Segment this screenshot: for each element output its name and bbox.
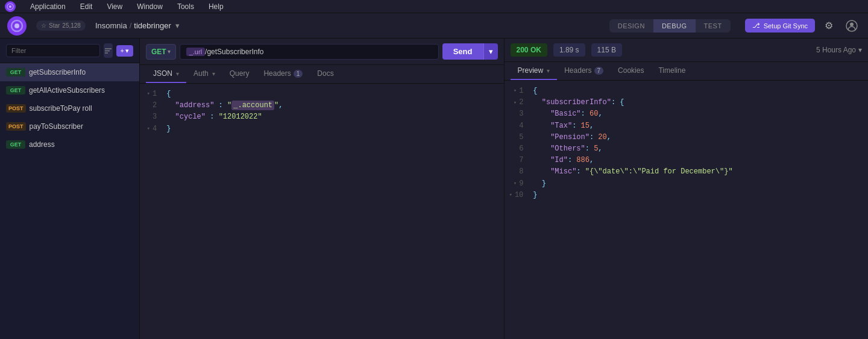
method-badge-post: POST — [6, 104, 26, 113]
svg-point-7 — [850, 22, 854, 26]
setup-git-sync-button[interactable]: ⎇ Setup Git Sync — [745, 19, 815, 33]
sidebar-item-paytosubscriber[interactable]: POST payToSubscriber — [0, 117, 139, 135]
response-panel: 200 OK 1.89 s 115 B 5 Hours Ago ▾ Previe… — [505, 39, 869, 339]
svg-point-5 — [14, 23, 19, 28]
url-bar[interactable]: _.url /getSubscriberInfo — [180, 44, 439, 60]
tab-preview[interactable]: Preview ▾ — [511, 62, 558, 80]
tab-res-headers-label: Headers — [564, 66, 591, 75]
mode-test[interactable]: TEST — [696, 19, 731, 33]
mode-debug[interactable]: DEBUG — [653, 19, 696, 33]
tab-timeline-label: Timeline — [658, 66, 685, 75]
method-dropdown-icon[interactable]: ▾ — [168, 48, 171, 55]
res-code-line-4: "Tax": 15, — [533, 120, 732, 132]
tab-res-cookies[interactable]: Cookies — [611, 62, 651, 80]
main-content: + ▾ GET getSubscriberInfo GET getAllActi… — [0, 39, 868, 339]
res-line-num-2: ▾2 — [509, 97, 524, 108]
tab-auth-dropdown-icon: ▾ — [212, 70, 215, 77]
res-line-num-4: 4 — [509, 120, 524, 132]
sidebar-filter-input[interactable] — [6, 44, 100, 57]
tab-json-dropdown-icon: ▾ — [176, 70, 179, 77]
res-code-line-2: "subscriberInfo": { — [533, 97, 732, 108]
res-line-num-7: 7 — [509, 155, 524, 166]
send-button[interactable]: Send — [442, 43, 483, 60]
time-ago-text: 5 Hours Ago — [816, 46, 856, 54]
mode-switcher: DESIGN DEBUG TEST — [609, 19, 731, 33]
res-line-num-9: ▾9 — [509, 178, 524, 190]
menu-application[interactable]: Application — [28, 1, 68, 12]
url-suffix: /getSubscriberInfo — [205, 48, 263, 56]
time-ago-dropdown-icon[interactable]: ▾ — [858, 46, 862, 54]
res-line-num-8: 8 — [509, 166, 524, 178]
res-code-line-3: "Basic": 60, — [533, 108, 732, 120]
res-code-line-8: "Misc": "{\"date\":\"Paid for December\"… — [533, 166, 732, 178]
request-code[interactable]: { "address" : "_.account", "cycle" : "12… — [162, 89, 288, 334]
menu-help[interactable]: Help — [206, 1, 226, 12]
add-btn-arrow: ▾ — [125, 47, 129, 55]
tab-preview-dropdown-icon: ▾ — [547, 67, 550, 74]
menu-edit[interactable]: Edit — [78, 1, 95, 12]
star-label: Star — [49, 22, 60, 29]
url-prefix: _.url — [186, 48, 205, 56]
toolbar-actions: ⎇ Setup Git Sync ⚙ — [745, 17, 861, 35]
tab-query[interactable]: Query — [222, 65, 257, 83]
collection-name: tidebringer — [134, 21, 171, 30]
tab-json[interactable]: JSON ▾ — [146, 65, 186, 83]
toolbar: ☆ Star 25,128 Insomnia / tidebringer ▾ D… — [0, 13, 868, 39]
status-code: 200 — [517, 46, 529, 54]
endpoint-name: subscribeToPay roll — [30, 104, 92, 113]
endpoint-name: address — [29, 140, 55, 149]
sort-icon — [104, 47, 112, 55]
res-line-num-6: 6 — [509, 143, 524, 155]
menu-view[interactable]: View — [104, 1, 125, 12]
sidebar-item-subscribetopayroll[interactable]: POST subscribeToPay roll — [0, 99, 139, 117]
star-icon: ☆ — [41, 22, 46, 29]
mode-design[interactable]: DESIGN — [609, 19, 653, 33]
time-ago: 5 Hours Ago ▾ — [816, 46, 862, 54]
sidebar-item-getsubscriberinfo[interactable]: GET getSubscriberInfo — [0, 63, 139, 81]
res-line-num-1: ▾1 — [509, 86, 524, 97]
res-code-line-5: "Pension": 20, — [533, 132, 732, 143]
tab-auth[interactable]: Auth ▾ — [186, 65, 222, 83]
fold-arrow: ▾ — [147, 125, 150, 133]
res-code-line-1: { — [533, 86, 732, 97]
response-code: { "subscriberInfo": { "Basic": 60, "Tax"… — [528, 86, 737, 334]
plus-icon: + — [121, 47, 124, 54]
breadcrumb-separator: / — [130, 21, 132, 30]
sidebar-item-address[interactable]: GET address — [0, 135, 139, 154]
request-tabs: JSON ▾ Auth ▾ Query Headers 1 Docs — [140, 65, 504, 84]
menu-tools[interactable]: Tools — [175, 1, 197, 12]
menu-window[interactable]: Window — [134, 1, 165, 12]
code-line-4: } — [166, 123, 283, 135]
method-badge-post: POST — [6, 122, 26, 131]
code-line-1: { — [166, 89, 283, 100]
tab-query-label: Query — [230, 69, 250, 78]
sidebar-item-getallactivesubscribers[interactable]: GET getAllActiveSubscribers — [0, 81, 139, 99]
response-line-numbers: ▾1 ▾2 3 4 5 6 7 8 ▾9 ▾10 — [505, 86, 529, 334]
setup-btn-label: Setup Git Sync — [764, 22, 808, 30]
tab-docs[interactable]: Docs — [310, 65, 341, 83]
sidebar-list: GET getSubscriberInfo GET getAllActiveSu… — [0, 63, 139, 339]
line-num-4: ▾4 — [145, 123, 157, 135]
request-line-numbers: ▾1 2 3 ▾4 — [140, 89, 162, 334]
account-button[interactable] — [843, 17, 861, 35]
endpoint-name: getAllActiveSubscribers — [29, 86, 105, 95]
account-icon — [846, 20, 858, 32]
line-num-1: ▾1 — [145, 89, 157, 100]
star-count: 25,128 — [62, 22, 81, 29]
tab-preview-label: Preview — [518, 66, 544, 75]
tab-json-label: JSON — [153, 69, 172, 78]
app-logo-icon — [5, 1, 16, 12]
status-ok-text: OK — [530, 46, 541, 54]
tab-res-headers[interactable]: Headers 7 — [557, 62, 611, 80]
send-dropdown-button[interactable]: ▾ — [483, 43, 498, 60]
sidebar-sort-button[interactable] — [104, 43, 113, 58]
star-badge[interactable]: ☆ Star 25,128 — [36, 20, 86, 31]
sidebar-add-button[interactable]: + ▾ — [116, 45, 133, 57]
breadcrumb-dropdown-icon[interactable]: ▾ — [174, 22, 182, 30]
settings-button[interactable]: ⚙ — [820, 17, 838, 35]
workspace-name: Insomnia — [95, 21, 127, 30]
breadcrumb: Insomnia / tidebringer ▾ — [95, 21, 182, 30]
tab-headers[interactable]: Headers 1 — [256, 65, 310, 83]
response-status-bar: 200 OK 1.89 s 115 B 5 Hours Ago ▾ — [505, 39, 869, 62]
tab-timeline[interactable]: Timeline — [651, 62, 693, 80]
